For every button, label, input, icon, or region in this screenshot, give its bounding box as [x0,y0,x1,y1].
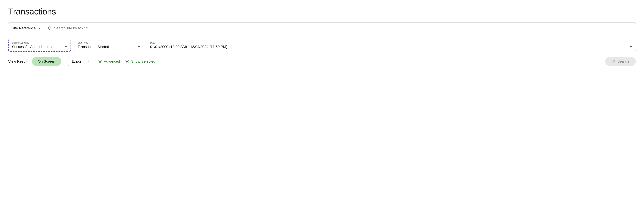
advanced-label: Advanced [104,59,120,64]
date-range-dropdown[interactable]: Date 01/01/2000 (12:00 AM) - 18/04/2024 … [147,39,636,51]
date-value: 01/01/2000 (12:00 AM) - 18/04/2024 (11:5… [150,45,227,49]
vertical-divider [93,58,94,65]
date-type-value: Transaction Started [78,45,109,49]
search-bar: Site Reference [8,22,636,34]
show-selected-link[interactable]: Show Selected [124,59,156,64]
stored-searches-label: Stored Searches [12,41,67,44]
actions-row: View Result On Screen Export Advanced Sh… [8,57,636,66]
date-type-label: Date Type [78,41,140,44]
svg-line-5 [614,62,615,63]
show-selected-label: Show Selected [131,59,156,64]
advanced-link[interactable]: Advanced [98,59,120,64]
date-type-chevron-icon [138,46,140,48]
site-reference-dropdown[interactable]: Site Reference [12,22,44,34]
date-value-row: 01/01/2000 (12:00 AM) - 18/04/2024 (11:5… [150,45,632,49]
stored-searches-value: Successful Authorisations [12,45,53,49]
stored-searches-value-row: Successful Authorisations [12,45,67,49]
site-search-input-area [44,26,632,31]
svg-marker-2 [98,60,102,63]
site-search-input[interactable] [54,26,632,30]
date-label: Date [150,41,632,44]
search-button[interactable]: Search [605,57,636,66]
filters-row: Stored Searches Successful Authorisation… [8,39,636,52]
date-type-value-row: Transaction Started [78,45,140,49]
page-title: Transactions [8,6,636,16]
stored-searches-dropdown[interactable]: Stored Searches Successful Authorisation… [8,39,71,52]
date-type-dropdown[interactable]: Date Type Transaction Started [74,39,143,51]
on-screen-button[interactable]: On Screen [32,57,61,66]
search-button-label: Search [617,59,629,64]
search-icon [48,26,52,31]
site-reference-chevron-icon [38,28,40,29]
view-result-label: View Result [8,59,27,64]
date-chevron-icon [630,46,632,48]
search-button-icon [612,60,616,63]
site-reference-label: Site Reference [12,26,36,30]
svg-point-3 [126,61,128,62]
stored-searches-chevron-icon [65,46,67,48]
svg-line-1 [50,29,52,30]
funnel-icon [98,59,102,64]
eye-icon [124,59,130,64]
export-button[interactable]: Export [66,57,88,66]
